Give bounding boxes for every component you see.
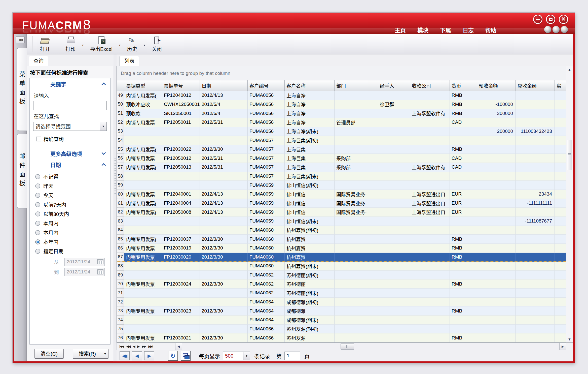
radio-button[interactable]	[35, 221, 40, 226]
calendar-icon[interactable]	[97, 269, 103, 274]
table-row[interactable]: 54FUMA0057上海巨集(期初)	[117, 136, 566, 145]
table-row[interactable]: 60内销专用发票FP120400012012/4/13FUMA0059佛山恒信国…	[117, 190, 566, 199]
column-header-10[interactable]: 预收金额	[477, 80, 516, 91]
table-row[interactable]: 57内销专用发票(FP120500132012/5/31FUMA0057上海巨集…	[117, 163, 566, 172]
column-header-4[interactable]: 客户编号	[248, 80, 285, 91]
column-header-indicator[interactable]	[117, 80, 124, 91]
nav-last-icon[interactable]: ▶▶|	[148, 345, 153, 348]
horizontal-scrollbar[interactable]	[182, 343, 559, 350]
menu-item-home[interactable]: 主页	[395, 26, 406, 34]
column-header-9[interactable]: 货币	[450, 80, 477, 91]
calendar-icon[interactable]	[97, 259, 103, 264]
column-header-2[interactable]: 票据单号	[162, 80, 200, 91]
page-next-button[interactable]: ▶	[144, 351, 154, 360]
scroll-up-icon[interactable]: ▲	[566, 66, 573, 73]
menu-item-help[interactable]: 帮助	[485, 26, 496, 34]
radio-button[interactable]	[35, 202, 40, 207]
date-option-row[interactable]: 今天	[35, 191, 110, 200]
section-more-options[interactable]: 更多高级选项	[30, 148, 110, 159]
section-keyword[interactable]: 关键字	[30, 78, 110, 89]
radio-button[interactable]	[35, 230, 40, 235]
date-option-row[interactable]: 本年内	[35, 237, 110, 246]
nav-first-icon[interactable]: |◀◀	[119, 345, 124, 348]
scroll-left-icon[interactable]: ◀	[175, 343, 182, 350]
radio-button[interactable]	[35, 183, 40, 189]
menu-item-modules[interactable]: 模块	[417, 26, 428, 34]
table-row[interactable]: 49内销专用发票(FP120400122012/4/13FUMA0056上海自净…	[117, 91, 566, 100]
column-header-7[interactable]: 经手人	[378, 80, 410, 91]
table-row[interactable]: 73内销专用发票FP120300232012/3/30FUMA0064成都德雅R…	[117, 306, 566, 316]
date-option-row[interactable]: 不记得	[35, 172, 110, 181]
nav-prev-icon[interactable]: ◀	[133, 345, 135, 348]
table-row[interactable]: 64FUMA0060杭州嘉贸(期初)	[117, 226, 566, 235]
column-header-5[interactable]: 客户名称	[285, 80, 335, 91]
table-row[interactable]: 53FUMA0056上海自净(期末)200000111003432423	[117, 127, 566, 136]
maximize-button[interactable]	[546, 15, 555, 24]
page-prev-button[interactable]: ◀	[132, 351, 142, 360]
refresh-button[interactable]: ↻	[168, 351, 178, 361]
sidebar-tab-menu-panel[interactable]: 菜单面板	[17, 48, 27, 131]
table-row[interactable]: 68FUMA0060杭州嘉贸(期末)	[117, 262, 566, 271]
column-header-1[interactable]: 票据类型	[124, 80, 162, 91]
toolbar-dropdown-icon[interactable]: ▼	[119, 42, 121, 47]
search-button[interactable]: 搜索(R)	[73, 349, 102, 359]
nav-prev-group-icon[interactable]: ◀◀	[126, 345, 130, 348]
table-row[interactable]: 58FUMA0057上海巨集(期末)	[117, 172, 566, 181]
toolbar-dropdown-icon[interactable]: ▼	[82, 42, 84, 47]
table-row[interactable]: 69FUMA0062苏州德丽(期初)	[117, 271, 566, 280]
table-row[interactable]: 75FUMA0066苏州友源(期初)	[117, 325, 566, 334]
toolbar-button-export-excel[interactable]: 导出Excel	[86, 34, 117, 54]
table-row[interactable]: 55内销专用发票(FP120300222012/3/30FUMA0057上海巨集…	[117, 145, 566, 154]
panel-splitter[interactable]	[114, 54, 117, 361]
table-row[interactable]: 50预收冲应收CWHX120500012012/5/4FUMA0056上海自净徐…	[117, 100, 566, 109]
table-row[interactable]: 63FUMA0059佛山恒信(期末)-1111087677	[117, 217, 566, 226]
radio-button[interactable]	[35, 193, 40, 198]
minimize-button[interactable]	[533, 15, 542, 24]
table-row[interactable]: 71FUMA0062苏州德丽(期末)	[117, 289, 566, 298]
scroll-down-icon[interactable]: ▼	[566, 336, 573, 342]
section-date[interactable]: 日期	[30, 159, 110, 170]
date-option-row[interactable]: 本周内	[35, 219, 110, 228]
sidebar-tab-mail-panel[interactable]: 邮件面板	[17, 134, 27, 208]
column-header-11[interactable]: 应收金额	[516, 80, 555, 91]
table-row[interactable]: 65内销专用发票(FP120300372012/3/30FUMA0060杭州嘉贸…	[117, 235, 566, 244]
chevron-down-icon[interactable]: ▼	[243, 352, 250, 360]
vertical-scrollbar-thumb[interactable]	[567, 140, 572, 170]
table-row[interactable]: 70内销专用发票FP120300242012/3/30FUMA0062苏州德丽R…	[117, 279, 566, 289]
cascade-windows-button[interactable]	[181, 351, 191, 361]
close-button[interactable]: ×	[559, 15, 568, 24]
date-option-row[interactable]: 指定日期	[35, 246, 110, 256]
nav-next-group-icon[interactable]: ▶▶	[142, 345, 146, 348]
toolbar-button-history[interactable]: 历史	[123, 34, 141, 54]
search-dropdown-button[interactable]: ▼	[102, 349, 108, 359]
table-row[interactable]: 72FUMA0064成都德雅(期初)	[117, 298, 566, 307]
exact-search-checkbox[interactable]	[36, 137, 41, 141]
group-by-bar[interactable]: Drag a column header here to group by th…	[117, 66, 566, 80]
collapse-sidebar-button[interactable]: ◀◀	[16, 36, 25, 43]
tab-list[interactable]: 列表	[120, 56, 139, 66]
date-option-row[interactable]: 本月内	[35, 228, 110, 237]
date-option-row[interactable]: 以前7天内	[35, 200, 110, 209]
scroll-right-icon[interactable]: ▶	[559, 343, 566, 350]
column-header-12[interactable]: 实	[555, 80, 566, 91]
radio-button[interactable]	[35, 249, 40, 254]
column-header-8[interactable]: 收款公司	[410, 80, 450, 91]
table-row[interactable]: 66内销专用发票FP120300192012/3/30FUMA0060杭州嘉贸R…	[117, 244, 566, 253]
column-header-3[interactable]: 日期	[200, 80, 248, 91]
date-to-field[interactable]: 2012/11/24	[64, 268, 105, 276]
toolbar-dropdown-icon[interactable]: ▼	[143, 42, 146, 47]
table-row[interactable]: 59FUMA0059佛山恒信(期初)	[117, 181, 566, 190]
vertical-scrollbar[interactable]: ▲ ▼	[566, 66, 573, 342]
clear-button[interactable]: 清空(C)	[34, 349, 64, 359]
nav-next-icon[interactable]: ▶	[137, 345, 139, 348]
radio-button-selected[interactable]	[35, 239, 40, 244]
toolbar-button-close[interactable]: 关闭	[148, 34, 166, 54]
menu-item-logs[interactable]: 日志	[463, 26, 474, 34]
date-option-row[interactable]: 昨天	[35, 181, 110, 191]
table-row[interactable]: 62内销专用发票(FP120500082012/4/13FUMA0059佛山恒信…	[117, 208, 566, 217]
tab-query[interactable]: 查询	[29, 56, 48, 66]
date-from-field[interactable]: 2012/11/24	[64, 258, 105, 266]
search-scope-select[interactable]: 请选择寻找范围 ▼	[33, 122, 107, 131]
keyword-input[interactable]	[33, 101, 107, 110]
table-row[interactable]: 76内销专用发票FP120300212012/3/30FUMA0066苏州友源R…	[117, 333, 566, 342]
